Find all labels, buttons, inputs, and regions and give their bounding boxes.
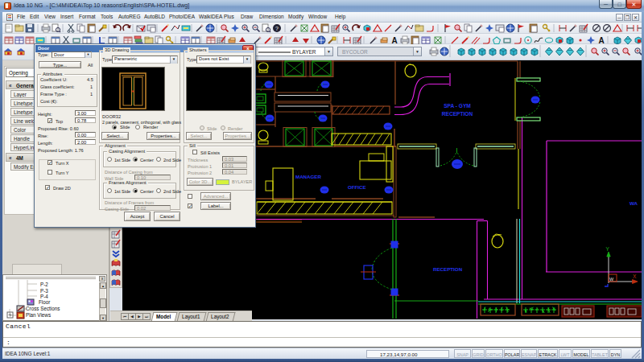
svg-text:W: W <box>609 277 614 282</box>
svg-text:WA: WA <box>630 200 638 206</box>
svg-text:SPA - GYM: SPA - GYM <box>444 103 471 109</box>
svg-text:RECEPTION: RECEPTION <box>433 266 463 272</box>
svg-text:RECEPTION: RECEPTION <box>442 111 473 117</box>
svg-text:OFFICE: OFFICE <box>348 184 366 190</box>
svg-text:Y: Y <box>606 246 610 252</box>
svg-text:?: ? <box>275 26 279 31</box>
svg-text:X: X <box>633 274 637 279</box>
svg-text:MANAGER: MANAGER <box>295 174 321 179</box>
